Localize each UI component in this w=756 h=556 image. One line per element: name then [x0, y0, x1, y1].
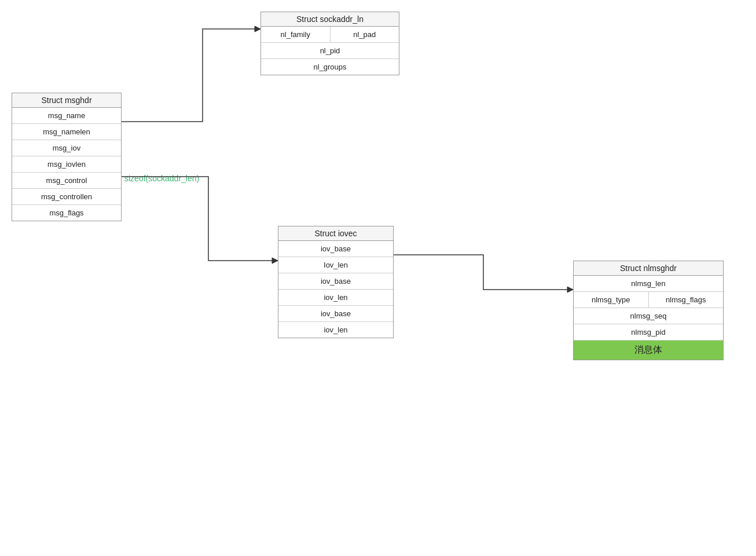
- nlmsghdr-fields: nlmsg_len nlmsg_type nlmsg_flags nlmsg_s…: [574, 275, 723, 360]
- iovec-fields: iov_base Iov_len iov_base iov_len iov_ba…: [278, 240, 393, 338]
- table-row: msg_control: [12, 173, 121, 189]
- arrowhead-msgname-sockaddr: [255, 26, 260, 32]
- iov-len-1-field: Iov_len: [278, 257, 393, 273]
- nl-groups-field: nl_groups: [261, 59, 399, 75]
- iovec-title: Struct iovec: [278, 226, 393, 240]
- table-row: msg_iovlen: [12, 156, 121, 173]
- msghdr-fields: msg_name msg_namelen msg_iov msg_iovlen …: [12, 107, 121, 221]
- table-row: iov_base: [278, 241, 393, 257]
- nl-family-field: nl_family: [261, 27, 331, 42]
- msg-controllen-field: msg_controllen: [12, 189, 121, 204]
- table-row: msg_flags: [12, 205, 121, 221]
- table-row: iov_base: [278, 306, 393, 322]
- sockaddr-title: Struct sockaddr_ln: [261, 12, 399, 26]
- table-row: iov_len: [278, 290, 393, 306]
- iov-len-3-field: iov_len: [278, 322, 393, 338]
- table-row: msg_iov: [12, 140, 121, 156]
- table-row: iov_len: [278, 322, 393, 338]
- iov-base-3-field: iov_base: [278, 306, 393, 321]
- nlmsg-len-field: nlmsg_len: [574, 276, 723, 291]
- iov-base-2-field: iov_base: [278, 273, 393, 289]
- table-row: nl_pid: [261, 43, 399, 59]
- msghdr-title: Struct msghdr: [12, 93, 121, 107]
- nlmsg-flags-field: nlmsg_flags: [649, 292, 724, 308]
- msg-iov-field: msg_iov: [12, 140, 121, 156]
- arrowhead-iovbase-nlmsghdr: [567, 287, 573, 292]
- table-row: msg_controllen: [12, 189, 121, 205]
- arrow-msgname-sockaddr: [122, 29, 260, 122]
- table-row: nl_family nl_pad: [261, 27, 399, 43]
- iov-base-1-field: iov_base: [278, 241, 393, 257]
- struct-sockaddr: Struct sockaddr_ln nl_family nl_pad nl_p…: [260, 12, 399, 75]
- msg-iovlen-field: msg_iovlen: [12, 156, 121, 172]
- nlmsg-type-field: nlmsg_type: [574, 292, 649, 308]
- table-row: 消息体: [574, 341, 723, 360]
- struct-nlmsghdr: Struct nlmsghdr nlmsg_len nlmsg_type nlm…: [573, 261, 724, 360]
- msg-control-field: msg_control: [12, 173, 121, 188]
- table-row: msg_name: [12, 108, 121, 124]
- struct-msghdr: Struct msghdr msg_name msg_namelen msg_i…: [12, 93, 122, 221]
- msg-name-field: msg_name: [12, 108, 121, 123]
- table-row: nlmsg_type nlmsg_flags: [574, 292, 723, 308]
- message-body-field: 消息体: [574, 341, 723, 360]
- msg-namelen-field: msg_namelen: [12, 124, 121, 140]
- table-row: msg_namelen: [12, 124, 121, 140]
- nlmsg-seq-field: nlmsg_seq: [574, 308, 723, 324]
- arrow-iovbase-nlmsghdr: [394, 255, 573, 290]
- table-row: nlmsg_seq: [574, 308, 723, 324]
- struct-iovec: Struct iovec iov_base Iov_len iov_base i…: [278, 226, 394, 338]
- sockaddr-fields: nl_family nl_pad nl_pid nl_groups: [261, 26, 399, 75]
- table-row: nlmsg_pid: [574, 324, 723, 341]
- nl-pad-field: nl_pad: [331, 27, 399, 42]
- table-row: Iov_len: [278, 257, 393, 273]
- table-row: nl_groups: [261, 59, 399, 75]
- table-row: nlmsg_len: [574, 276, 723, 292]
- arrow-msgiov-iovec: [122, 177, 278, 261]
- table-row: iov_base: [278, 273, 393, 290]
- nl-pid-field: nl_pid: [261, 43, 399, 58]
- diagram: Struct msghdr msg_name msg_namelen msg_i…: [0, 0, 756, 556]
- iov-len-2-field: iov_len: [278, 290, 393, 305]
- nlmsghdr-title: Struct nlmsghdr: [574, 261, 723, 275]
- arrowhead-msgiov-iovec: [272, 258, 278, 264]
- nlmsg-pid-field: nlmsg_pid: [574, 324, 723, 340]
- msg-flags-field: msg_flags: [12, 205, 121, 221]
- sizeof-label: sizeof(sockaddr_len): [124, 174, 199, 183]
